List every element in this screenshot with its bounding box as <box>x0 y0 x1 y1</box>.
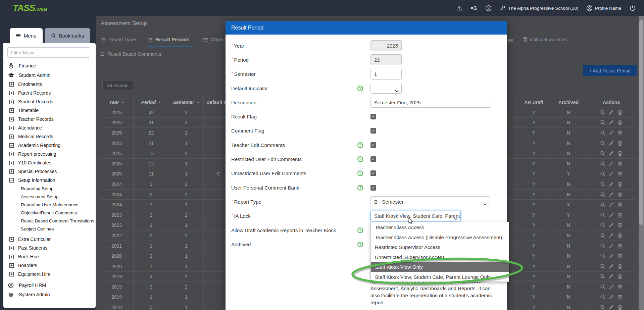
default-indicator-select[interactable] <box>370 83 402 94</box>
view-magnifier-icon[interactable] <box>600 202 605 207</box>
help-icon[interactable]: ? <box>485 5 492 11</box>
sidebar-item-attendance[interactable]: +Attendance <box>3 123 96 132</box>
delete-trash-icon[interactable] <box>617 305 623 310</box>
help-question-icon[interactable]: ? <box>357 170 363 176</box>
view-magnifier-icon[interactable] <box>600 182 605 187</box>
view-magnifier-icon[interactable] <box>600 192 605 197</box>
sidebar-item-book-hire[interactable]: +Book Hire <box>3 252 96 261</box>
sidebar-item-equipment-hire[interactable]: +Equipment Hire <box>3 270 96 278</box>
view-magnifier-icon[interactable] <box>600 171 605 176</box>
sidebar-item-system-admin[interactable]: System Admin <box>3 290 96 299</box>
delete-trash-icon[interactable] <box>617 120 623 125</box>
tab-calculation-rules[interactable]: Calculation Rules <box>523 37 568 42</box>
tab-partial-label[interactable]: es <box>508 38 513 43</box>
edit-pencil-icon[interactable] <box>609 130 614 136</box>
megaphone-icon[interactable] <box>470 5 477 11</box>
view-magnifier-icon[interactable] <box>600 274 605 279</box>
sidebar-item-subject-outlines[interactable]: Subject Outlines <box>3 225 96 233</box>
view-magnifier-icon[interactable] <box>600 212 605 218</box>
result-flag-checkbox[interactable]: ✓ <box>370 114 376 119</box>
sidebar-item-timetable[interactable]: +Timetable <box>3 106 96 115</box>
view-magnifier-icon[interactable] <box>600 110 605 115</box>
help-question-icon[interactable]: ? <box>357 227 363 233</box>
ia-lock-option[interactable]: Teacher Class Access <box>371 222 509 232</box>
delete-trash-icon[interactable] <box>617 110 623 115</box>
user-personal-comment-bank-checkbox[interactable]: ✓ <box>370 185 376 191</box>
school-selector[interactable]: The Alpha Progressive School (10) <box>500 5 578 11</box>
edit-pencil-icon[interactable] <box>609 110 614 115</box>
sidebar-item-result-based-comment-translations[interactable]: Result Based Comment Translations <box>3 217 96 225</box>
delete-trash-icon[interactable] <box>617 141 623 146</box>
edit-pencil-icon[interactable] <box>609 120 614 125</box>
help-question-icon[interactable]: ? <box>357 156 363 162</box>
view-magnifier-icon[interactable] <box>600 253 605 259</box>
sidebar-item-student-records[interactable]: +Student Records <box>3 97 96 106</box>
column-header-year[interactable]: Year▲ <box>100 97 134 107</box>
logout-power-icon[interactable] <box>629 5 636 11</box>
help-question-icon[interactable]: ? <box>357 86 363 91</box>
ia-lock-option[interactable]: Unrestricted Supervisor Access <box>371 252 509 262</box>
edit-pencil-icon[interactable] <box>609 151 614 156</box>
edit-pencil-icon[interactable] <box>609 284 614 290</box>
edit-pencil-icon[interactable] <box>609 161 614 166</box>
view-magnifier-icon[interactable] <box>600 243 605 249</box>
sidebar-item-y10-certificates[interactable]: +Y10 Certificates <box>3 158 96 167</box>
edit-pencil-icon[interactable] <box>609 274 614 279</box>
sidebar-item-extra-curricular[interactable]: +Extra Curricular <box>3 235 96 244</box>
column-header-period[interactable]: Period▲ <box>134 97 169 107</box>
tab-result-periods[interactable]: Result Periods <box>148 37 190 42</box>
ia-lock-select[interactable]: Staff Kiosk View, Student Cafe, Parent L… <box>370 211 461 221</box>
delete-trash-icon[interactable] <box>617 274 623 279</box>
delete-trash-icon[interactable] <box>617 294 623 300</box>
help-question-icon[interactable]: ? <box>357 142 363 148</box>
comment-flag-checkbox[interactable]: ✓ <box>370 128 376 134</box>
sidebar-item-parent-records[interactable]: +Parent Records <box>3 89 96 97</box>
delete-trash-icon[interactable] <box>617 161 623 166</box>
page-scrollbar[interactable] <box>639 16 644 310</box>
view-magnifier-icon[interactable] <box>600 284 605 290</box>
help-question-icon[interactable]: ? <box>357 242 363 247</box>
sidebar-item-reporting-user-maintenance[interactable]: Reporting User Maintenance <box>3 201 96 209</box>
sidebar-item-academic-reporting[interactable]: −Academic Reporting <box>3 141 96 150</box>
sidebar-item-assessment-setup[interactable]: Assessment Setup <box>3 193 96 201</box>
sidebar-item-special-processes[interactable]: +Special Processes <box>3 167 96 176</box>
delete-trash-icon[interactable] <box>617 171 623 176</box>
year-input[interactable]: 2025 <box>370 40 402 51</box>
edit-pencil-icon[interactable] <box>609 141 614 146</box>
delete-trash-icon[interactable] <box>617 212 623 218</box>
semester-input[interactable]: 1 <box>370 69 402 80</box>
sidebar-item-student-admin[interactable]: Student Admin <box>3 70 96 80</box>
delete-trash-icon[interactable] <box>617 151 623 156</box>
sidebar-item-payroll-hrm[interactable]: Payroll HRM <box>3 280 96 290</box>
edit-pencil-icon[interactable] <box>609 171 614 176</box>
delete-trash-icon[interactable] <box>617 202 623 207</box>
ia-lock-option[interactable]: Restricted Supervisor Access <box>371 242 509 252</box>
edit-pencil-icon[interactable] <box>609 192 614 197</box>
view-magnifier-icon[interactable] <box>600 305 605 310</box>
sidebar-item-setup-information[interactable]: −Setup Information <box>3 176 96 185</box>
description-input[interactable]: Semester One, 2025 <box>370 97 491 108</box>
view-magnifier-icon[interactable] <box>600 151 605 156</box>
view-magnifier-icon[interactable] <box>600 161 605 166</box>
view-magnifier-icon[interactable] <box>600 130 605 136</box>
view-magnifier-icon[interactable] <box>600 233 605 238</box>
sidebar-item-teacher-records[interactable]: +Teacher Records <box>3 115 96 123</box>
sidebar-item-report-processing[interactable]: +Report processing <box>3 150 96 158</box>
ia-lock-option[interactable]: Staff Kiosk View, Student Cafe, Parent L… <box>371 272 509 282</box>
sidebar-item-boarders[interactable]: +Boarders <box>3 261 96 270</box>
view-magnifier-icon[interactable] <box>600 141 605 146</box>
scrollbar-thumb[interactable] <box>639 20 643 225</box>
tab-report-types[interactable]: Report Types <box>101 37 137 42</box>
delete-trash-icon[interactable] <box>617 130 623 136</box>
sidebar-item-reporting-setup[interactable]: Reporting Setup <box>3 185 96 193</box>
edit-pencil-icon[interactable] <box>609 202 614 207</box>
help-question-icon[interactable]: ? <box>357 185 363 191</box>
delete-trash-icon[interactable] <box>617 222 623 228</box>
edit-pencil-icon[interactable] <box>609 305 614 310</box>
view-magnifier-icon[interactable] <box>600 120 605 125</box>
sidebar-item-past-students[interactable]: +Past Students <box>3 244 96 252</box>
delete-trash-icon[interactable] <box>617 233 623 238</box>
period-input[interactable]: 22 <box>370 54 402 65</box>
sidebar-item-objective-result-comments[interactable]: Objective/Result Comments <box>3 209 96 217</box>
sidebar-item-enrolments[interactable]: +Enrolments <box>3 80 96 89</box>
